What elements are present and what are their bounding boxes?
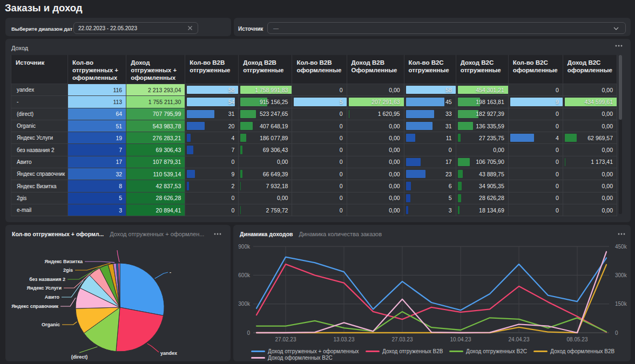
svg-text:300k: 300k [238,301,251,307]
svg-text:600k: 600k [238,272,251,278]
svg-text:13.03.23: 13.03.23 [334,336,355,342]
svg-text:0: 0 [615,330,618,336]
svg-text:yandex: yandex [160,351,177,356]
svg-text:300k: 300k [615,272,627,278]
svg-text:(direct): (direct) [71,354,88,360]
svg-text:Яндекс Услуги: Яндекс Услуги [27,285,62,291]
svg-text:Яндекс справочник: Яндекс справочник [11,304,58,309]
svg-text:10.04.23: 10.04.23 [450,336,471,342]
svg-text:0: 0 [247,330,250,336]
svg-text:450k: 450k [615,244,627,250]
svg-text:150k: 150k [615,301,627,307]
svg-text:-: - [170,270,171,275]
svg-text:Авито: Авито [45,294,60,300]
svg-text:Organic: Organic [42,322,60,327]
svg-text:без названия 2: без названия 2 [29,277,65,282]
svg-text:08.05.23: 08.05.23 [567,336,588,342]
svg-text:2gis: 2gis [63,267,73,273]
svg-text:27.02.23: 27.02.23 [275,336,296,342]
svg-text:24.04.23: 24.04.23 [509,336,530,342]
svg-text:900k: 900k [238,244,251,250]
svg-text:27.03.23: 27.03.23 [392,336,413,342]
svg-text:Яндекс Визитка: Яндекс Визитка [45,259,83,264]
